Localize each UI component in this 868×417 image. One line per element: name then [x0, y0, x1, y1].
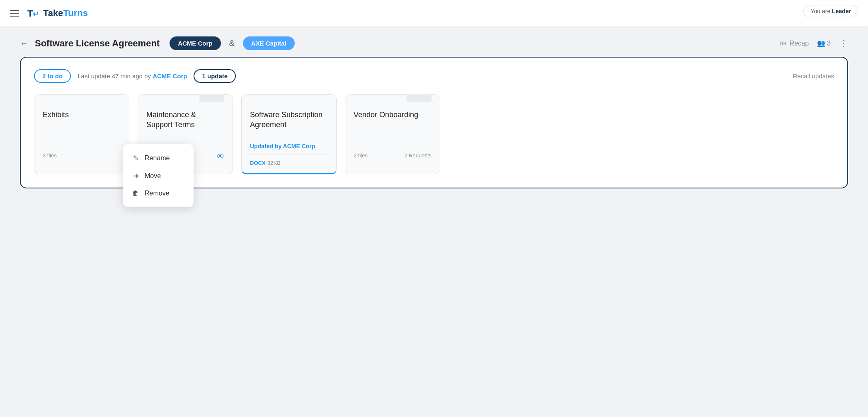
doc-title-subscription: Software Subscription Agreement [250, 110, 328, 143]
doc-requests-vendor: 2 Requests [404, 152, 432, 159]
ampersand: & [229, 39, 235, 48]
main-card: 2 to do Last update 47 min ago by ACME C… [20, 57, 848, 188]
people-icon: 👥 [817, 39, 825, 47]
logo-icon: T ↵ [26, 6, 41, 21]
move-icon: ➜ [131, 172, 140, 180]
context-menu-item-rename[interactable]: ✎ Rename [123, 149, 194, 167]
context-menu: ✎ Rename ➜ Move 🗑 Remove [123, 144, 194, 207]
doc-tab-vendor [407, 94, 432, 102]
people-count: 3 [827, 40, 831, 47]
people-button[interactable]: 👥 3 [817, 39, 831, 47]
doc-updated-subscription: Updated by ACME Corp [250, 143, 328, 149]
doc-tab-maintenance [199, 94, 224, 102]
header-actions: ⏮ Recap 👥 3 ⋮ [780, 38, 848, 49]
doc-footer-vendor: 2 files 2 Requests [354, 148, 432, 159]
back-button[interactable]: ← [20, 39, 28, 48]
recap-button[interactable]: ⏮ Recap [780, 39, 809, 48]
logo-text: TakeTurns [43, 8, 88, 19]
rename-label: Rename [145, 154, 170, 162]
context-menu-item-remove[interactable]: 🗑 Remove [123, 185, 194, 202]
move-label: Move [145, 172, 161, 180]
todo-badge: 2 to do [34, 69, 71, 83]
doc-size-subscription: 32KB [267, 160, 281, 166]
doc-title-exhibits: Exhibits [43, 110, 121, 143]
doc-files-vendor: 2 files [354, 152, 368, 159]
page-header: ← Software License Agreement ACME Corp &… [0, 27, 868, 57]
logo: T ↵ TakeTurns [26, 6, 88, 21]
leader-badge: You are Leader [803, 5, 858, 17]
remove-label: Remove [145, 190, 170, 197]
party1-badge[interactable]: ACME Corp [170, 36, 221, 50]
doc-footer-exhibits: 3 files [43, 148, 121, 159]
last-update-company: ACME Corp [153, 72, 187, 80]
doc-type-subscription: DOCX [250, 160, 266, 166]
doc-files-exhibits: 3 files [43, 152, 57, 159]
top-nav: T ↵ TakeTurns You are Leader [0, 0, 868, 27]
rename-icon: ✎ [131, 154, 140, 162]
svg-text:↵: ↵ [33, 10, 39, 18]
eye-icon-maintenance[interactable]: 👁 [217, 152, 224, 161]
hamburger-menu[interactable] [10, 10, 19, 17]
doc-footer-subscription: DOCX 32KB [250, 154, 328, 166]
documents-grid: Exhibits 3 files Maintenance & Support T… [34, 94, 834, 174]
status-bar: 2 to do Last update 47 min ago by ACME C… [34, 69, 834, 83]
svg-text:T: T [27, 8, 33, 19]
more-button[interactable]: ⋮ [839, 38, 848, 49]
update-badge: 1 update [194, 69, 236, 83]
recap-icon: ⏮ [780, 39, 787, 48]
last-update-text: Last update 47 min ago by ACME Corp [78, 72, 187, 80]
page-title: Software License Agreement [35, 38, 160, 49]
context-menu-item-move[interactable]: ➜ Move [123, 167, 194, 185]
doc-title-maintenance: Maintenance & Support Terms [146, 110, 224, 143]
recall-updates-button[interactable]: Recall updates [793, 72, 834, 80]
party2-badge[interactable]: AXE Capital [243, 36, 295, 50]
recap-label: Recap [790, 40, 809, 47]
remove-icon: 🗑 [131, 190, 140, 197]
doc-card-subscription[interactable]: Software Subscription Agreement Updated … [241, 94, 337, 174]
doc-card-exhibits[interactable]: Exhibits 3 files [34, 94, 129, 174]
doc-title-vendor: Vendor Onboarding [354, 110, 432, 143]
doc-card-vendor[interactable]: Vendor Onboarding 2 files 2 Requests [345, 94, 440, 174]
